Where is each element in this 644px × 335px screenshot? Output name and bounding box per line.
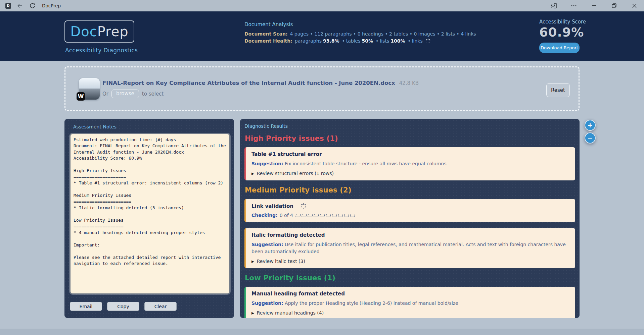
- progress-box: [332, 214, 337, 217]
- docprep-logo: DocPrep: [64, 20, 134, 43]
- progress-box: [295, 214, 301, 217]
- zoom-in-button[interactable]: +: [585, 120, 596, 131]
- file-info: FINAL-Report on Key Compliance Attribute…: [102, 80, 419, 98]
- disclosure-label: Review manual headings (4): [257, 310, 324, 316]
- logo-text-primary: Doc: [70, 24, 97, 39]
- accessibility-score-block: Accessibility Score 60.9% Download Repor…: [539, 19, 580, 53]
- restore-icon[interactable]: [610, 1, 618, 10]
- score-label: Accessibility Score: [539, 19, 580, 25]
- notes-panel-title: Assessment Notes: [64, 119, 234, 129]
- health-item-label: links: [412, 38, 423, 44]
- low-priority-heading: Low Priority issues (1): [245, 274, 575, 282]
- disclosure-label: Review italic text (3): [257, 259, 305, 264]
- logo-text-secondary: Prep: [97, 24, 129, 39]
- card-title: Link validation: [251, 203, 293, 209]
- email-button[interactable]: Email: [70, 302, 102, 311]
- disclosure-triangle-icon: ▶: [251, 260, 254, 263]
- separator: •: [342, 38, 345, 44]
- app-icon: D: [5, 3, 11, 9]
- health-item-label: tables: [346, 38, 361, 44]
- link-progress-boxes: [296, 214, 355, 217]
- window-titlebar: D DocPrep: [0, 0, 644, 11]
- app-subtitle: Accessibility Diagnostics: [65, 47, 138, 54]
- score-value: 60.9%: [539, 26, 580, 40]
- separator: •: [408, 38, 410, 44]
- review-manual-headings-disclosure[interactable]: ▶ Review manual headings (4): [251, 310, 570, 316]
- progress-box: [308, 214, 313, 217]
- link-check-progress: Checking: 0 of 4: [251, 213, 570, 218]
- progress-box: [344, 214, 349, 217]
- progress-box: [302, 214, 307, 217]
- checking-value: 0 of 4: [280, 213, 293, 218]
- window-title: DocPrep: [42, 3, 61, 8]
- to-select-text: to select: [142, 91, 164, 97]
- disclosure-triangle-icon: ▶: [251, 172, 254, 175]
- progress-box: [326, 214, 331, 217]
- disclosure-triangle-icon: ▶: [251, 311, 254, 315]
- assessment-notes-panel: Assessment Notes Estimated web productio…: [64, 119, 234, 318]
- suggestion-label: Suggestion:: [251, 300, 283, 306]
- review-italic-text-disclosure[interactable]: ▶ Review italic text (3): [251, 259, 570, 264]
- results-panel-title: Diagnostic Results: [240, 119, 580, 129]
- clear-button[interactable]: Clear: [144, 302, 177, 311]
- card-title: Table #1 structural error: [251, 151, 570, 157]
- medium-priority-heading: Medium Priority issues (2): [245, 186, 575, 194]
- document-analysis-block: Document Analysis Document Scan: 4 pages…: [244, 21, 476, 45]
- loading-spinner-icon: [425, 38, 431, 44]
- file-name: FINAL-Report on Key Compliance Attribute…: [102, 80, 395, 86]
- progress-box: [338, 214, 343, 217]
- disclosure-label: Review structural errors (1 rows): [257, 171, 334, 176]
- minimize-icon[interactable]: [590, 1, 598, 10]
- search-in-sidebar-icon[interactable]: [549, 1, 558, 10]
- more-menu-icon[interactable]: [569, 1, 578, 10]
- progress-box: [350, 214, 355, 217]
- analysis-title: Document Analysis: [244, 21, 476, 27]
- health-item-value: 50%: [362, 38, 373, 44]
- app-header: DocPrep Accessibility Diagnostics Docume…: [0, 11, 644, 61]
- download-report-button[interactable]: Download Report: [539, 43, 580, 53]
- issue-card-link-validation: Link validation Checking: 0 of 4: [244, 199, 575, 222]
- card-suggestion: Suggestion: Apply the proper Heading sty…: [251, 300, 567, 307]
- separator: •: [376, 38, 378, 44]
- progress-box: [314, 214, 319, 217]
- card-title: Italic formatting detected: [251, 232, 570, 238]
- file-size: 42.8 KB: [399, 80, 419, 86]
- assessment-notes-textarea[interactable]: Estimated web production time: [#] days …: [70, 133, 230, 294]
- word-badge: W: [77, 92, 85, 101]
- health-item-label: paragraphs: [295, 38, 322, 44]
- health-label: Document Health:: [244, 38, 292, 44]
- review-structural-errors-disclosure[interactable]: ▶ Review structural errors (1 rows): [251, 171, 570, 176]
- bottom-strip: [0, 329, 644, 335]
- browse-button[interactable]: browse: [111, 90, 139, 98]
- document-scan-line: Document Scan: 4 pages • 112 paragraphs …: [244, 31, 476, 37]
- zoom-controls: + −: [585, 120, 596, 144]
- issue-card-table-error: Table #1 structural error Suggestion: Fi…: [244, 147, 575, 180]
- suggestion-text: Apply the proper Heading style (Heading …: [285, 300, 458, 306]
- back-icon[interactable]: [15, 1, 24, 10]
- copy-button[interactable]: Copy: [107, 302, 139, 311]
- issue-card-manual-headings: Manual heading format detected Suggestio…: [244, 287, 575, 318]
- refresh-icon[interactable]: [28, 1, 37, 10]
- or-text: Or: [102, 91, 108, 97]
- suggestion-text: Fix inconsistent table structure - ensur…: [285, 161, 446, 166]
- close-icon[interactable]: [630, 1, 639, 10]
- card-suggestion: Suggestion: Use italic for publication t…: [251, 241, 567, 255]
- suggestion-label: Suggestion:: [251, 161, 283, 166]
- word-file-icon: W: [79, 78, 100, 100]
- suggestion-text: Use italic for publication titles, legal…: [251, 242, 566, 254]
- diagnostic-results-panel: Diagnostic Results High Priority issues …: [240, 119, 580, 318]
- file-dropzone[interactable]: W FINAL-Report on Key Compliance Attribu…: [64, 66, 580, 111]
- health-item-value: 100%: [390, 38, 405, 44]
- card-suggestion: Suggestion: Fix inconsistent table struc…: [251, 160, 567, 167]
- scan-label: Document Scan:: [244, 31, 288, 37]
- document-health-line: Document Health: paragraphs 93.8% • tabl…: [244, 38, 476, 44]
- reset-button[interactable]: Reset: [546, 83, 570, 97]
- zoom-out-button[interactable]: −: [585, 132, 596, 144]
- progress-box: [320, 214, 325, 217]
- card-title: Manual heading format detected: [251, 291, 570, 297]
- loading-spinner-icon: [300, 203, 307, 210]
- issue-card-italic-formatting: Italic formatting detected Suggestion: U…: [244, 228, 575, 268]
- scan-value: 4 pages • 112 paragraphs • 0 headings • …: [290, 31, 476, 37]
- suggestion-label: Suggestion:: [251, 242, 283, 247]
- health-item-label: lists: [380, 38, 389, 44]
